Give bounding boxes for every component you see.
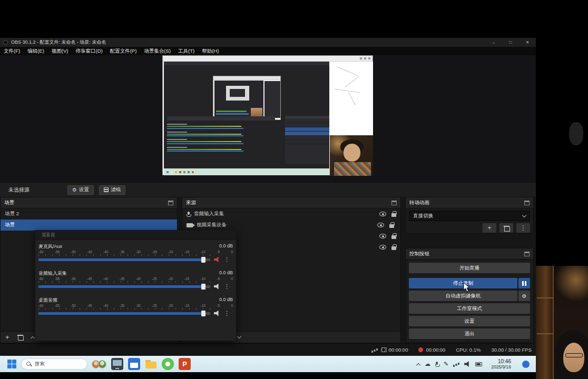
volume-slider[interactable] — [38, 285, 210, 288]
channel-name: 音频输入采集 — [38, 270, 67, 276]
popout-dock-icon[interactable] — [168, 201, 173, 205]
maximize-button[interactable]: □ — [502, 38, 519, 47]
scene-item-selected[interactable]: 场景 — [1, 220, 177, 231]
scenes-dock-title: 场景 — [4, 200, 14, 206]
controls-dock: 控制按钮 开始直播 停止录制 自动虚拟摄像机 ⚙ 工作室模式 设置 退出 — [405, 248, 534, 343]
pause-icon — [522, 281, 526, 286]
source-filters-button[interactable]: 滤镜 — [99, 185, 125, 195]
powerpoint-icon[interactable]: P — [179, 358, 191, 370]
camera-icon — [187, 223, 193, 227]
menu-docks[interactable]: 停靠窗口(D) — [72, 47, 106, 55]
slider-handle[interactable] — [201, 311, 205, 316]
channel-options-button[interactable]: ⋮ — [224, 256, 230, 263]
menubar: 文件(F) 编辑(E) 视图(V) 停靠窗口(D) 配置文件(P) 场景集合(S… — [0, 47, 536, 55]
taskbar-time: 10:46 — [491, 358, 511, 364]
popout-dock-icon[interactable] — [524, 252, 530, 256]
background-shape — [569, 122, 583, 145]
studio-mode-button[interactable]: 工作室模式 — [409, 303, 530, 314]
transition-options-button[interactable]: ⋮ — [516, 223, 530, 233]
titlebar: OBS 30.1.2 - 配置文件: 未命名 - 场景: 未命名 – □ ✕ — [0, 38, 536, 47]
volume-slider[interactable] — [38, 312, 210, 315]
menu-tools[interactable]: 工具(T) — [174, 47, 198, 55]
search-highlight-avatars[interactable] — [92, 360, 106, 368]
popout-dock-icon[interactable] — [524, 201, 530, 205]
search-placeholder: 搜索 — [35, 361, 45, 367]
screenshot-tool-icon[interactable] — [111, 358, 123, 370]
remove-transition-button[interactable] — [499, 223, 513, 233]
source-toolbar: 未选择源 ⚙ 设置 滤镜 — [0, 182, 536, 197]
source-row-audio-input[interactable]: 音频输入采集 — [182, 208, 400, 220]
slider-handle[interactable] — [201, 257, 205, 263]
no-source-label: 未选择源 — [8, 186, 30, 194]
transition-select[interactable]: 直接切换 — [409, 211, 530, 221]
audio-mixer-window[interactable]: 混音器 麦克风/Aux 0.0 dB -60-55-50-45-40-35-30… — [35, 230, 237, 341]
slider-handle[interactable] — [201, 284, 205, 290]
exit-button[interactable]: 退出 — [409, 328, 530, 339]
add-scene-button[interactable]: + — [5, 333, 9, 341]
pen-icon[interactable]: ✎ — [444, 361, 448, 367]
mixer-channel-audio-input: 音频输入采集 0.0 dB -60-55-50-45-40-35-30-25-2… — [38, 270, 233, 290]
menu-file[interactable]: 文件(F) — [0, 47, 24, 55]
source-row-video-capture[interactable]: 视频采集设备 — [182, 220, 400, 231]
source-down-button[interactable] — [237, 334, 241, 338]
visibility-eye-icon[interactable] — [379, 245, 386, 250]
onedrive-cloud-icon[interactable]: ☁ — [425, 361, 430, 367]
scene-label: 场景 2 — [5, 211, 19, 217]
source-settings-button[interactable]: ⚙ 设置 — [67, 185, 94, 195]
mouse-cursor — [463, 282, 471, 293]
lock-icon[interactable] — [391, 235, 396, 239]
tray-mic-icon[interactable] — [435, 362, 439, 367]
lock-icon[interactable] — [391, 213, 396, 217]
tray-volume-icon[interactable] — [464, 361, 471, 367]
source-label: 视频采集设备 — [197, 222, 227, 228]
menu-edit[interactable]: 编辑(E) — [24, 47, 48, 55]
menu-view[interactable]: 视图(V) — [48, 47, 72, 55]
pause-recording-button[interactable] — [518, 278, 530, 288]
battery-icon[interactable] — [475, 362, 482, 366]
channel-options-button[interactable]: ⋮ — [224, 283, 230, 290]
mute-speaker-icon[interactable] — [214, 257, 220, 263]
menu-scene-collection[interactable]: 场景集合(S) — [140, 47, 174, 55]
add-transition-button[interactable]: + — [483, 223, 496, 233]
search-input[interactable]: 搜索 — [21, 358, 87, 370]
speaker-icon[interactable] — [214, 284, 220, 290]
menu-profile[interactable]: 配置文件(P) — [106, 47, 141, 55]
source-settings-label: 设置 — [79, 186, 89, 193]
remove-scene-button[interactable] — [18, 334, 23, 340]
sources-dock-title: 来源 — [186, 200, 196, 206]
tray-chevron-icon[interactable] — [416, 363, 420, 367]
start-streaming-button[interactable]: 开始直播 — [409, 263, 530, 273]
close-button[interactable]: ✕ — [519, 38, 536, 47]
scene-up-button[interactable] — [30, 336, 34, 340]
lock-icon[interactable] — [391, 246, 396, 250]
nested-taskbar — [164, 168, 330, 175]
menu-help[interactable]: 帮助(H) — [198, 47, 222, 55]
tray-network-icon[interactable] — [453, 362, 459, 367]
network-signal-icon — [371, 347, 378, 353]
visibility-eye-icon[interactable] — [379, 212, 386, 216]
speaker-icon[interactable] — [214, 311, 220, 316]
db-scale: -60-55-50-45-40-35-30-25-20-15-10-50 — [38, 250, 233, 254]
transition-selected-value: 直接切换 — [413, 213, 433, 220]
taskbar: 搜索 P ☁ ✎ — [0, 356, 588, 372]
popout-dock-icon[interactable] — [391, 201, 397, 205]
scene-item[interactable]: 场景 2 — [1, 208, 177, 220]
controls-dock-title: 控制按钮 — [409, 251, 429, 257]
visibility-eye-icon[interactable] — [377, 223, 384, 227]
volume-slider[interactable] — [38, 258, 210, 261]
blue-app-icon[interactable] — [128, 358, 140, 370]
preview-canvas[interactable] — [0, 55, 536, 182]
taskbar-clock[interactable]: 10:46 2025/9/16 — [491, 358, 511, 370]
lock-icon[interactable] — [389, 224, 394, 228]
settings-button[interactable]: 设置 — [409, 316, 530, 326]
virtual-camera-settings-button[interactable]: ⚙ — [518, 291, 530, 301]
channel-options-button[interactable]: ⋮ — [224, 310, 230, 317]
visibility-eye-icon[interactable] — [379, 234, 386, 238]
minimize-button[interactable]: – — [485, 38, 502, 47]
notification-badge[interactable] — [522, 361, 530, 368]
cpu-usage: CPU: 0.1% — [456, 347, 481, 353]
obs-app-icon[interactable] — [162, 358, 174, 370]
file-explorer-icon[interactable] — [145, 358, 157, 370]
start-button[interactable] — [7, 360, 16, 368]
webcam-feed — [536, 266, 588, 379]
